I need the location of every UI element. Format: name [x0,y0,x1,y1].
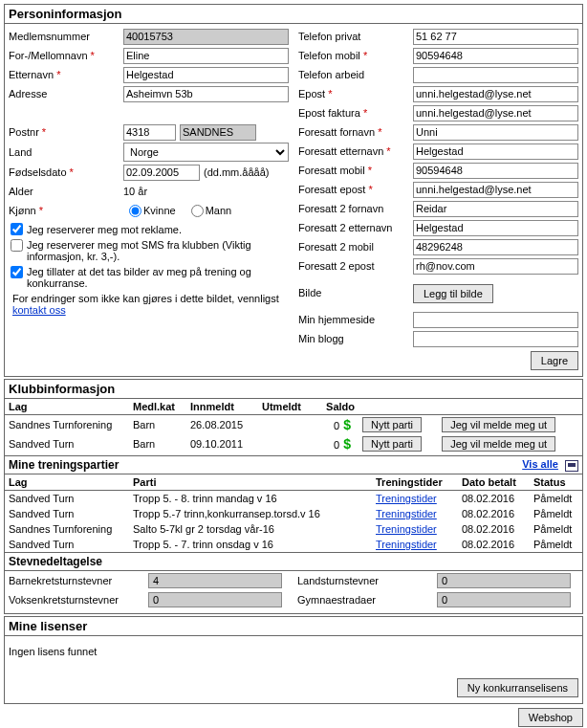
table-row: Sandnes Turnforening Barn 26.08.2015 0$ … [5,415,582,435]
label-postnr: Postnr * [9,126,123,138]
ny-konkurranselisens-button[interactable]: Ny konkurranselisens [457,678,578,697]
kvinne-label: Kvinne [143,205,176,216]
foresatt2-etternavn-field[interactable] [413,220,578,236]
foresatt-mobil-field[interactable] [413,163,578,179]
label-foresatt2-fornavn: Foresatt 2 fornavn [298,203,413,214]
label-foresatt2-mobil: Foresatt 2 mobil [298,241,413,253]
blogg-field[interactable] [413,331,578,347]
th-lag: Lag [5,399,129,415]
dollar-icon: $ [339,436,355,452]
foresatt-epost-field[interactable] [413,182,578,198]
person-title: Personinformasjon [5,5,582,24]
person-left-col: Medlemsnummer For-/Mellomnavn * Etternav… [9,28,289,349]
table-row: Sandved TurnTropp 5. - 8. trinn mandag v… [5,491,582,507]
label-tlf-mobil: Telefon mobil * [298,50,413,61]
postnr-field[interactable] [123,124,176,141]
legg-til-bilde-button[interactable]: Legg til bilde [413,284,493,303]
tlf-privat-field[interactable] [413,29,578,45]
sms-label: Jeg reserverer meg mot SMS fra klubben (… [27,239,289,262]
label-hjemmeside: Min hjemmeside [298,314,413,325]
nytt-parti-button[interactable]: Nytt parti [362,417,422,432]
melde-ut-button[interactable]: Jeg vil melde meg ut [442,417,555,432]
label-bilde: Bilde [298,287,413,298]
barnekrets-value: 4 [148,573,282,588]
endringer-note: For endringer som ikke kan gjøres i dett… [9,291,289,318]
medlemsnummer-field [123,29,289,45]
sms-checkbox[interactable] [11,239,23,252]
fornavn-field[interactable] [123,48,289,64]
label-tlf-arbeid: Telefon arbeid [298,69,413,80]
label-foresatt-mobil: Foresatt mobil * [298,165,413,176]
tlf-arbeid-field[interactable] [413,67,578,83]
th-utmeldt: Utmeldt [258,399,311,415]
foresatt2-mobil-field[interactable] [413,239,578,255]
stevne-title: Stevnedeltagelse [5,552,582,571]
foresatt2-fornavn-field[interactable] [413,201,578,217]
treningstider-link[interactable]: Treningstider [376,539,437,550]
klubb-table: Lag Medl.kat Innmeldt Utmeldt Saldo Sand… [5,399,582,453]
label-foresatt-etternavn: Foresatt etternavn * [298,145,413,157]
foresatt2-epost-field[interactable] [413,258,578,275]
person-right-col: Telefon privat Telefon mobil * Telefon a… [298,28,578,349]
kontakt-link[interactable]: kontakt oss [12,304,66,316]
mine-title: Mine treningspartier [9,458,119,472]
dollar-icon: $ [339,417,355,432]
reklame-label: Jeg reserverer meg mot reklame. [27,224,182,235]
label-gymnaestradaer: Gymnaestradaer [297,594,431,606]
foresatt-etternavn-field[interactable] [413,143,578,160]
klubb-title: Klubbinformasjon [5,380,582,399]
treningstider-link[interactable]: Treningstider [376,493,437,504]
treningstider-link[interactable]: Treningstider [376,523,437,535]
lagre-button[interactable]: Lagre [531,351,578,370]
vis-alle-link[interactable]: Vis alle [522,458,558,470]
epost-field[interactable] [413,86,578,102]
lisens-none: Ingen lisens funnet [5,636,582,676]
th-saldo: Saldo [311,399,359,415]
label-for-mellom: For-/Mellomnavn * [9,50,123,61]
label-foresatt2-epost: Foresatt 2 epost [298,260,413,272]
label-kjonn: Kjønn * [9,205,123,216]
label-alder: Alder [9,186,123,197]
label-blogg: Min blogg [298,333,413,344]
lisens-title: Mine lisenser [5,617,582,636]
etternavn-field[interactable] [123,67,289,83]
tlf-mobil-field[interactable] [413,48,578,64]
print-icon[interactable] [565,460,578,472]
foresatt-fornavn-field[interactable] [413,124,578,141]
land-select[interactable]: Norge [123,143,289,162]
webshop-button[interactable]: Webshop [518,708,583,727]
label-fodselsdato: Fødselsdato * [9,166,123,178]
adresse-field[interactable] [123,86,289,102]
dateformat-hint: (dd.mm.åååå) [204,166,269,178]
reklame-checkbox[interactable] [11,223,23,235]
fodselsdato-field[interactable] [123,165,200,181]
label-foresatt-fornavn: Foresatt fornavn * [298,126,413,138]
treningstider-link[interactable]: Treningstider [376,508,437,519]
landsturn-value: 0 [437,573,571,588]
table-row: Sandved TurnTropp 5. - 7. trinn onsdag v… [5,537,582,552]
gymnaestradaer-value: 0 [437,592,571,607]
label-land: Land [9,146,123,158]
alder-value: 10 år [123,186,147,197]
kjonn-mann-radio[interactable] [191,205,204,217]
mann-label: Mann [206,205,232,216]
lisens-panel: Mine lisenser Ingen lisens funnet Ny kon… [4,616,583,704]
label-foresatt-epost: Foresatt epost * [298,184,413,195]
th-innmeldt: Innmeldt [186,399,258,415]
label-adresse: Adresse [9,88,123,99]
epost-faktura-field[interactable] [413,105,578,121]
table-row: Sandved TurnTropp 5.-7 trinn,konkurranse… [5,506,582,521]
bilder-checkbox[interactable] [11,266,23,278]
melde-ut-button[interactable]: Jeg vil melde meg ut [442,436,555,452]
label-epost: Epost * [298,88,413,99]
label-epost-faktura: Epost faktura * [298,107,413,119]
bilder-label: Jeg tillater at det tas bilder av meg på… [27,266,289,289]
table-row: Sandnes TurnforeningSalto 5-7kl gr 2 tor… [5,521,582,537]
nytt-parti-button[interactable]: Nytt parti [362,436,422,452]
label-barnekrets: Barnekretsturnstevner [9,575,142,586]
hjemmeside-field[interactable] [413,312,578,328]
kjonn-kvinne-radio[interactable] [129,205,141,217]
label-tlf-privat: Telefon privat [298,31,413,42]
label-medlemsnummer: Medlemsnummer [9,31,123,42]
label-landsturn: Landsturnstevner [297,575,431,586]
